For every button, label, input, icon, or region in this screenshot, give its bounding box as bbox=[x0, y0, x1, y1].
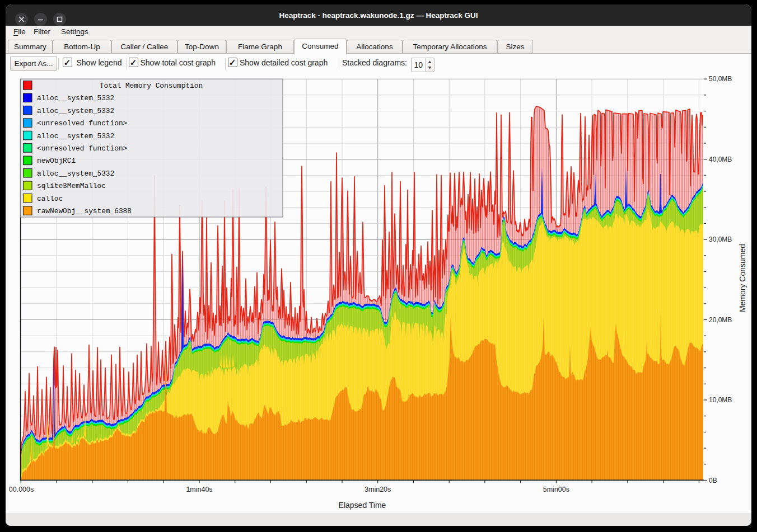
svg-text:alloc__system_5332: alloc__system_5332 bbox=[37, 94, 114, 102]
svg-text:<unresolved function>: <unresolved function> bbox=[37, 119, 127, 128]
svg-text:Memory Consumed: Memory Consumed bbox=[738, 244, 747, 312]
svg-text:calloc: calloc bbox=[37, 195, 63, 203]
svg-text:alloc__system_5332: alloc__system_5332 bbox=[37, 170, 114, 178]
svg-text:30,0MB: 30,0MB bbox=[709, 236, 732, 243]
svg-text:5min00s: 5min00s bbox=[543, 486, 569, 493]
svg-text:rawNewObj__system_6388: rawNewObj__system_6388 bbox=[37, 207, 132, 215]
svg-text:Elapsed Time: Elapsed Time bbox=[339, 501, 386, 510]
svg-text:0B: 0B bbox=[709, 477, 717, 484]
svg-text:3min20s: 3min20s bbox=[365, 486, 391, 493]
svg-text:alloc__system_5332: alloc__system_5332 bbox=[37, 132, 114, 140]
svg-text:1min40s: 1min40s bbox=[186, 486, 212, 493]
svg-text:10,0MB: 10,0MB bbox=[709, 396, 732, 404]
svg-text:newObjRC1: newObjRC1 bbox=[37, 157, 76, 165]
svg-text:alloc__system_5332: alloc__system_5332 bbox=[37, 107, 114, 115]
svg-text:<unresolved function>: <unresolved function> bbox=[37, 144, 127, 153]
svg-text:Total Memory Consumption: Total Memory Consumption bbox=[100, 82, 203, 90]
svg-text:sqlite3MemMalloc: sqlite3MemMalloc bbox=[37, 182, 106, 190]
svg-text:40,0MB: 40,0MB bbox=[709, 156, 732, 163]
svg-text:00.000s: 00.000s bbox=[9, 486, 34, 493]
svg-text:50,0MB: 50,0MB bbox=[709, 75, 732, 83]
svg-text:20,0MB: 20,0MB bbox=[709, 316, 732, 324]
